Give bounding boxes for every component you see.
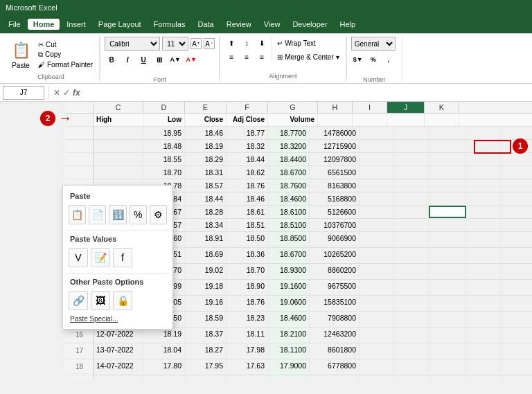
align-bottom-button[interactable]: ⬇ bbox=[255, 37, 269, 49]
paste-special-link[interactable]: Paste Special... bbox=[67, 313, 168, 325]
cell-low[interactable]: 19.16 bbox=[185, 296, 227, 311]
col-header-h[interactable]: H bbox=[318, 102, 353, 113]
cell-h[interactable] bbox=[360, 206, 394, 218]
cell-low[interactable]: 18.27 bbox=[185, 343, 227, 359]
cell-adj-close[interactable]: 18.4600 bbox=[268, 312, 310, 327]
col-header-c[interactable]: C bbox=[94, 102, 143, 113]
paste-values-icon-2[interactable]: 📝 bbox=[91, 248, 110, 267]
cell-high[interactable]: 17.80 bbox=[143, 359, 185, 375]
menu-home[interactable]: Home bbox=[28, 19, 60, 30]
insert-function-icon[interactable]: fx bbox=[73, 88, 80, 98]
cell-i[interactable] bbox=[394, 328, 429, 343]
cell-k[interactable] bbox=[466, 232, 501, 247]
cell-low[interactable]: 18.37 bbox=[185, 328, 227, 343]
cell-j[interactable] bbox=[429, 328, 466, 343]
cell-j[interactable] bbox=[429, 343, 466, 359]
col-header-e[interactable]: E bbox=[185, 102, 227, 113]
cell-j[interactable] bbox=[429, 179, 466, 192]
cell-k[interactable] bbox=[466, 127, 501, 139]
cell-j[interactable] bbox=[429, 219, 466, 231]
cell-i[interactable] bbox=[394, 359, 429, 375]
cell-volume[interactable]: 6561500 bbox=[310, 166, 360, 179]
cell-close[interactable]: 18.23 bbox=[227, 312, 268, 327]
cell-low[interactable]: 18.31 bbox=[185, 166, 227, 179]
cell-j[interactable] bbox=[429, 192, 466, 205]
cell-low[interactable]: 19.02 bbox=[185, 264, 227, 279]
cell-i[interactable] bbox=[394, 232, 429, 247]
paste-icon-5[interactable]: ⚙ bbox=[150, 205, 167, 224]
paste-icon-1[interactable]: 📋 bbox=[69, 205, 86, 224]
cell-date[interactable]: 14-07-2022 bbox=[94, 359, 143, 375]
cell-volume[interactable]: 5126600 bbox=[310, 206, 360, 218]
cell-adj-close[interactable]: 18.3200 bbox=[268, 140, 310, 152]
cell-low[interactable]: 18.29 bbox=[185, 153, 227, 165]
confirm-formula-icon[interactable]: ✓ bbox=[63, 88, 70, 98]
cell-low[interactable]: 18.59 bbox=[185, 312, 227, 327]
paste-icon-2[interactable]: 📄 bbox=[89, 205, 106, 224]
cell-k[interactable] bbox=[466, 248, 501, 263]
cell-low[interactable]: 17.95 bbox=[185, 359, 227, 375]
copy-button[interactable]: ⧉ Copy bbox=[36, 50, 95, 60]
cell-low[interactable]: 18.28 bbox=[185, 206, 227, 218]
cell-close[interactable]: 18.90 bbox=[227, 280, 268, 295]
cell-adj-close[interactable]: 18.6100 bbox=[268, 206, 310, 218]
cell-i[interactable] bbox=[394, 312, 429, 327]
cell-h[interactable] bbox=[360, 312, 394, 327]
cell-k[interactable] bbox=[466, 192, 501, 205]
align-right-button[interactable]: ≡ bbox=[255, 51, 269, 63]
cell-low[interactable]: 18.44 bbox=[185, 192, 227, 205]
formula-input[interactable] bbox=[83, 86, 529, 100]
cell-adj-close[interactable]: 18.1100 bbox=[268, 343, 310, 359]
cell-h[interactable] bbox=[360, 280, 394, 295]
cell-j[interactable] bbox=[429, 140, 466, 152]
cell-k[interactable] bbox=[466, 280, 501, 295]
cell-close[interactable]: 17.63 bbox=[227, 359, 268, 375]
col-header-k[interactable]: K bbox=[425, 102, 459, 113]
font-color-button[interactable]: A▼ bbox=[184, 53, 198, 66]
cell-h[interactable] bbox=[360, 359, 394, 375]
cell-high[interactable]: 18.55 bbox=[143, 153, 185, 165]
cell-j[interactable] bbox=[429, 280, 466, 295]
cell-k[interactable] bbox=[466, 140, 501, 152]
format-painter-button[interactable]: 🖌 Format Painter bbox=[36, 60, 95, 69]
menu-formulas[interactable]: Formulas bbox=[148, 19, 191, 30]
cell-j[interactable] bbox=[429, 232, 466, 247]
cell-low[interactable]: 18.69 bbox=[185, 248, 227, 263]
align-center-button[interactable]: ≡ bbox=[240, 51, 254, 63]
cell-k[interactable] bbox=[466, 264, 501, 279]
cell-low[interactable]: 18.19 bbox=[185, 140, 227, 152]
cell-volume[interactable]: 8163800 bbox=[310, 179, 360, 192]
cell-close[interactable]: 18.11 bbox=[227, 328, 268, 343]
cell-close[interactable]: 18.62 bbox=[227, 166, 268, 179]
cell-h[interactable] bbox=[360, 296, 394, 311]
cell-i[interactable] bbox=[394, 192, 429, 205]
cell-adj-close[interactable]: 18.7700 bbox=[268, 127, 310, 139]
cell-volume[interactable]: 12463200 bbox=[310, 328, 360, 343]
cell-h[interactable] bbox=[360, 375, 394, 379]
font-family-select[interactable]: Calibri bbox=[105, 37, 160, 51]
cell-high[interactable]: 18.48 bbox=[143, 140, 185, 152]
col-header-j[interactable]: J bbox=[387, 102, 425, 113]
cell-volume[interactable]: 12715900 bbox=[310, 140, 360, 152]
cell-adj-close[interactable]: 18.4400 bbox=[268, 153, 310, 165]
cell-adj-close[interactable]: 17.9000 bbox=[268, 359, 310, 375]
cell-volume[interactable]: 15835100 bbox=[310, 296, 360, 311]
cell-h[interactable] bbox=[360, 248, 394, 263]
cut-button[interactable]: ✂ Cut bbox=[36, 40, 95, 49]
align-middle-button[interactable]: ↕ bbox=[240, 37, 254, 49]
cell-i[interactable] bbox=[394, 206, 429, 218]
font-shrink-button[interactable]: A⁻ bbox=[204, 38, 215, 49]
cell-h[interactable] bbox=[360, 179, 394, 192]
cell-low[interactable]: 18.91 bbox=[185, 232, 227, 247]
cell-adj-close[interactable]: 18.6700 bbox=[268, 166, 310, 179]
menu-data[interactable]: Data bbox=[192, 19, 219, 30]
cell-close[interactable]: 18.32 bbox=[227, 140, 268, 152]
cell-k[interactable] bbox=[466, 312, 501, 327]
cell-j[interactable] bbox=[429, 248, 466, 263]
paste-values-icon-3[interactable]: f bbox=[113, 248, 132, 267]
wrap-text-button[interactable]: ↵ Wrap Text bbox=[275, 37, 342, 49]
cell-k[interactable] bbox=[466, 219, 501, 231]
cell-j[interactable] bbox=[429, 264, 466, 279]
cell-i[interactable] bbox=[394, 264, 429, 279]
paste-values-icon-1[interactable]: V bbox=[69, 248, 88, 267]
